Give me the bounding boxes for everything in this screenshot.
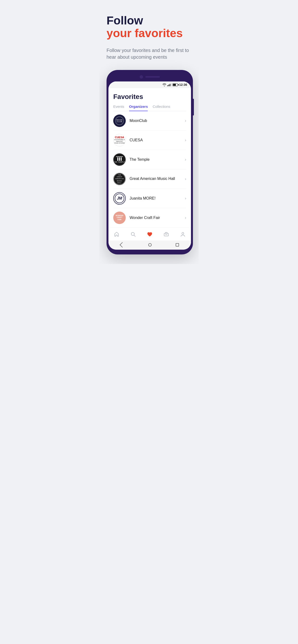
tab-events[interactable]: Events bbox=[113, 104, 124, 111]
signal-icon bbox=[167, 84, 172, 86]
nav-tickets[interactable] bbox=[161, 230, 172, 238]
page-wrapper: Follow your favorites Follow your favori… bbox=[99, 0, 199, 264]
screen-title: Favorites bbox=[113, 93, 186, 100]
svg-point-2 bbox=[182, 232, 184, 234]
headline-line2: your favorites bbox=[106, 27, 192, 40]
chevron-right-icon: › bbox=[185, 158, 186, 162]
organizer-name-wonder: Wonder Craft Fair bbox=[129, 216, 183, 220]
nav-search[interactable] bbox=[127, 230, 139, 238]
headline-section: Follow your favorites bbox=[106, 14, 192, 40]
organizer-list: MOONCLUB MoonClub › CUESA Cultivating a … bbox=[113, 111, 186, 227]
subtitle-text: Follow your favorites and be the first t… bbox=[106, 47, 192, 60]
organizer-avatar-temple: THE TEMPLE bbox=[113, 153, 126, 166]
search-icon bbox=[130, 232, 136, 237]
organizer-item-gamh[interactable]: THEGREATAMERICANMUSICHALL Great American… bbox=[113, 170, 186, 189]
phone-screen: 12:36 Favorites Events Organizers Collec… bbox=[108, 82, 191, 250]
tabs-row: Events Organizers Collections bbox=[113, 104, 186, 111]
chevron-right-icon: › bbox=[185, 177, 186, 181]
person-icon bbox=[180, 232, 186, 237]
phone-top-bar bbox=[108, 73, 191, 80]
organizer-name-temple: The Temple bbox=[129, 158, 183, 162]
organizer-item-cuesa[interactable]: CUESA Cultivating a HealthyFood System C… bbox=[113, 130, 186, 150]
organizer-avatar-juanita: JM bbox=[113, 192, 126, 204]
status-bar: 12:36 bbox=[108, 82, 191, 88]
screen-content: Favorites Events Organizers Collections … bbox=[108, 88, 191, 227]
tab-collections[interactable]: Collections bbox=[153, 104, 170, 111]
chevron-right-icon: › bbox=[185, 138, 186, 142]
android-back-button[interactable] bbox=[120, 242, 125, 248]
headline-line1: Follow bbox=[106, 14, 192, 27]
ticket-icon bbox=[163, 232, 169, 237]
organizer-name-juanita: Juanita MORE! bbox=[129, 196, 183, 200]
home-icon bbox=[114, 232, 119, 237]
chevron-right-icon: › bbox=[185, 196, 186, 200]
nav-profile[interactable] bbox=[177, 230, 189, 238]
organizer-item-moonclub[interactable]: MOONCLUB MoonClub › bbox=[113, 111, 186, 130]
status-icons bbox=[163, 84, 178, 86]
organizer-name-gamh: Great American Music Hall bbox=[129, 176, 183, 181]
organizer-avatar-wonder: WONDERCRAFTFAIR bbox=[113, 212, 126, 224]
organizer-name-cuesa: CUESA bbox=[129, 138, 183, 142]
nav-favorites[interactable] bbox=[144, 230, 156, 238]
organizer-avatar-cuesa: CUESA Cultivating a HealthyFood System bbox=[113, 134, 126, 146]
organizer-avatar-moonclub: MOONCLUB bbox=[113, 114, 126, 127]
nav-home[interactable] bbox=[111, 230, 122, 238]
organizer-item-temple[interactable]: THE TEMPLE The Temple › bbox=[113, 150, 186, 170]
wifi-icon bbox=[163, 84, 166, 86]
battery-icon bbox=[173, 84, 178, 86]
phone-camera bbox=[140, 75, 143, 78]
heart-icon bbox=[147, 232, 153, 237]
organizer-item-juanita[interactable]: JM Juanita MORE! › bbox=[113, 189, 186, 208]
chevron-right-icon: › bbox=[185, 118, 186, 123]
phone-mockup: 12:36 Favorites Events Organizers Collec… bbox=[106, 70, 193, 254]
bottom-nav bbox=[108, 227, 191, 240]
organizer-item-wonder[interactable]: WONDERCRAFTFAIR Wonder Craft Fair › bbox=[113, 208, 186, 227]
organizer-name-moonclub: MoonClub bbox=[129, 118, 183, 123]
status-time: 12:36 bbox=[179, 83, 187, 86]
tab-organizers[interactable]: Organizers bbox=[129, 104, 148, 111]
android-home-button[interactable] bbox=[148, 243, 152, 246]
phone-side-button bbox=[193, 99, 194, 116]
android-nav-bar bbox=[108, 240, 191, 250]
phone-speaker bbox=[145, 76, 160, 78]
android-recent-button[interactable] bbox=[176, 243, 179, 246]
chevron-right-icon: › bbox=[185, 216, 186, 220]
organizer-avatar-gamh: THEGREATAMERICANMUSICHALL bbox=[113, 173, 126, 185]
